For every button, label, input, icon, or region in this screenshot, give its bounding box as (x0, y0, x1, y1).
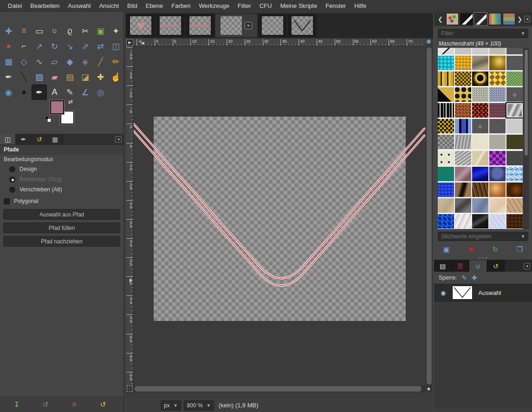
gradient-tool-icon[interactable]: ◈ (78, 54, 93, 69)
image-tab-line-1[interactable] (156, 14, 185, 37)
pattern-swatch[interactable] (506, 214, 523, 229)
horizontal-scrollbar[interactable] (134, 386, 425, 392)
pattern-filter[interactable]: ▼ (438, 29, 528, 38)
menu-hilfe[interactable]: Hilfe (350, 0, 370, 11)
pattern-swatch[interactable] (438, 48, 454, 54)
open-pattern-folder-icon[interactable]: ❐ (517, 245, 523, 254)
tab-channels[interactable]: ☰ (452, 260, 469, 272)
pattern-swatch[interactable] (472, 135, 488, 149)
tab-pointer[interactable]: ▦ (47, 134, 63, 144)
pattern-swatch[interactable] (489, 151, 506, 165)
path-row[interactable]: ◉ Auswahl (434, 284, 532, 301)
radio-circle[interactable] (9, 166, 15, 172)
collapse-dock-icon[interactable]: ◂ (524, 263, 530, 269)
perspective-clone-tool-icon[interactable]: ◪ (78, 69, 93, 85)
tabs-scroll-right-icon[interactable]: ❯ (515, 16, 524, 23)
menu-datei[interactable]: Datei (4, 0, 26, 11)
image-tab-vee[interactable] (288, 14, 317, 37)
pattern-swatch[interactable] (472, 48, 488, 54)
menu-bearbeiten[interactable]: Bearbeiten (26, 0, 64, 11)
pattern-swatch[interactable] (472, 56, 488, 70)
pattern-swatch[interactable] (438, 198, 454, 213)
pattern-swatch[interactable] (455, 135, 471, 149)
menu-filter[interactable]: Filter (234, 0, 255, 11)
pattern-swatch[interactable] (472, 198, 488, 213)
ellipse-select-tool-icon[interactable]: ○ (47, 23, 62, 39)
heal-tool-icon[interactable]: ✚ (93, 69, 108, 85)
eraser-tool-icon[interactable]: ▰ (47, 69, 62, 85)
image-tab-empty[interactable] (258, 14, 287, 37)
pattern-swatch[interactable] (489, 72, 506, 86)
pattern-swatch[interactable] (506, 198, 523, 213)
pattern-swatch[interactable] (489, 167, 506, 181)
blur-tool-icon[interactable]: ◉ (1, 85, 16, 100)
polygonal-checkbox[interactable] (4, 198, 10, 204)
radio-circle[interactable] (9, 187, 15, 193)
pattern-swatch[interactable] (489, 103, 506, 118)
pattern-scrollbar-thumb[interactable] (525, 50, 528, 156)
scissors-select-tool-icon[interactable]: ✂ (78, 23, 93, 39)
pattern-swatch[interactable] (438, 119, 454, 133)
pattern-swatch[interactable] (489, 48, 506, 54)
pattern-swatch[interactable] (506, 56, 523, 70)
paths-tool-icon[interactable]: ✒ (32, 85, 47, 100)
airbrush-tool-icon[interactable]: ▨ (32, 69, 47, 85)
color-picker-tool-icon[interactable]: ✎ (62, 85, 78, 100)
delete-pattern-icon[interactable]: ✖ (468, 245, 474, 254)
tab-layers[interactable]: ▤ (434, 260, 452, 272)
pattern-swatch[interactable] (455, 183, 471, 197)
pattern-swatch[interactable] (455, 167, 471, 181)
measure-tool-icon[interactable]: ∠ (78, 85, 93, 100)
reset-tool-options-icon[interactable]: ↺ (97, 400, 109, 409)
rect-select-tool-icon[interactable]: ▭ (32, 23, 47, 39)
pattern-swatch[interactable] (506, 183, 523, 197)
image-tab-current[interactable]: × (215, 14, 257, 37)
refresh-patterns-icon[interactable]: ↻ (493, 245, 499, 254)
pattern-swatch[interactable] (455, 214, 471, 229)
pattern-swatch[interactable] (489, 135, 506, 149)
tab-colors[interactable] (446, 13, 459, 25)
pattern-swatch[interactable] (472, 167, 488, 181)
pattern-swatch[interactable] (506, 72, 523, 86)
menu-farben[interactable]: Farben (167, 0, 195, 11)
tab-paths[interactable]: ∪ (469, 260, 487, 272)
cage-transform-tool-icon[interactable]: ▱ (47, 54, 62, 69)
pattern-swatch[interactable] (489, 183, 506, 197)
pattern-scrollbar[interactable] (524, 48, 529, 229)
unified-transform-tool-icon[interactable]: ↗ (32, 39, 47, 54)
edit-mode-radio-bearbeiten[interactable]: Bearbeiten (Strg) (0, 174, 123, 184)
menu-werkzeuge[interactable]: Werkzeuge (195, 0, 234, 11)
pattern-swatch[interactable] (489, 214, 506, 229)
pattern-swatch[interactable] (438, 72, 454, 86)
tab-tool-options[interactable]: ◫ (0, 134, 16, 144)
pattern-swatch[interactable] (506, 151, 523, 165)
tab-palettes[interactable] (503, 13, 515, 25)
pencil-tool-icon[interactable]: ✏ (108, 54, 123, 69)
save-tool-preset-icon[interactable]: ↧ (11, 400, 22, 409)
fuzzy-select-tool-icon[interactable]: ✦ (108, 23, 123, 39)
visibility-eye-icon[interactable]: ◉ (441, 289, 446, 296)
horizontal-ruler[interactable]: -50510152025303540455055606570 (134, 39, 425, 46)
default-colors-icon[interactable] (45, 116, 52, 123)
image-tab-line-2[interactable] (186, 14, 214, 37)
horizontal-scrollbar-thumb[interactable] (135, 386, 422, 392)
pattern-swatch-selected[interactable] (506, 103, 523, 118)
pattern-swatch[interactable]: ◇ (472, 119, 488, 133)
edit-mode-radio-design[interactable]: Design (0, 164, 123, 174)
zoom-select[interactable]: 800 % ▼ (184, 400, 214, 411)
pattern-swatch[interactable] (472, 183, 488, 197)
pattern-swatch[interactable] (472, 103, 488, 118)
fill-path-button[interactable]: Pfad füllen (3, 222, 120, 233)
radio-circle[interactable] (9, 177, 15, 183)
pattern-swatch[interactable] (455, 103, 471, 118)
rotate-tool-icon[interactable]: ↻ (47, 39, 62, 54)
handle-transform-tool-icon[interactable]: ◇ (16, 54, 32, 69)
stroke-path-button[interactable]: Pfad nachziehen (3, 236, 120, 247)
pattern-swatch[interactable] (455, 72, 471, 86)
text-tool-icon[interactable]: A (47, 85, 62, 100)
pattern-swatch[interactable]: ◇ (506, 87, 523, 102)
image-tab-heart[interactable]: ♥ (126, 14, 155, 37)
align-tool-icon[interactable]: ≡ (16, 23, 32, 39)
menu-auswahl[interactable]: Auswahl (64, 0, 95, 11)
close-tab-icon[interactable]: × (245, 22, 252, 29)
